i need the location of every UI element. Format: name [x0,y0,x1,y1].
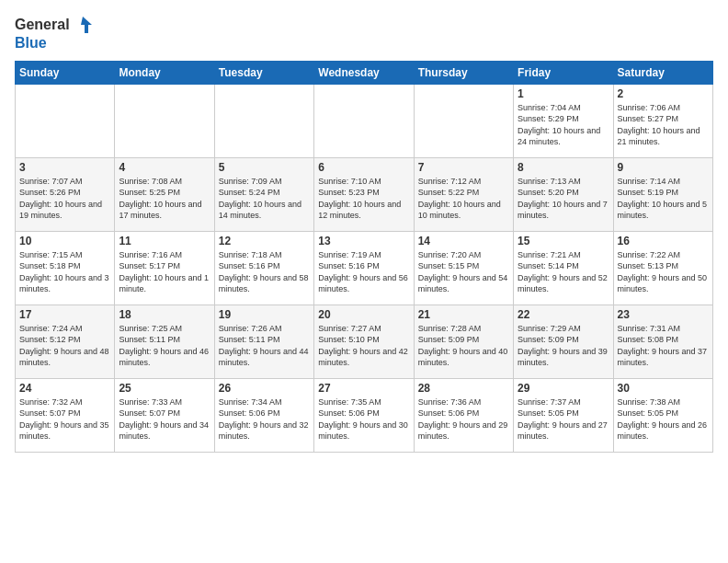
calendar-cell: 29Sunrise: 7:37 AM Sunset: 5:05 PM Dayli… [514,378,613,452]
day-number: 8 [518,161,609,174]
calendar-cell: 3Sunrise: 7:07 AM Sunset: 5:26 PM Daylig… [16,157,115,231]
cell-content: Sunrise: 7:16 AM Sunset: 5:17 PM Dayligh… [119,249,210,295]
calendar-cell: 26Sunrise: 7:34 AM Sunset: 5:06 PM Dayli… [214,378,313,452]
day-number: 25 [119,382,210,395]
cell-content: Sunrise: 7:33 AM Sunset: 5:07 PM Dayligh… [119,396,210,442]
calendar-cell: 17Sunrise: 7:24 AM Sunset: 5:12 PM Dayli… [16,304,115,378]
cell-content: Sunrise: 7:04 AM Sunset: 5:29 PM Dayligh… [518,102,609,148]
calendar-cell: 10Sunrise: 7:15 AM Sunset: 5:18 PM Dayli… [16,231,115,304]
header: General Blue [15,15,713,52]
cell-content: Sunrise: 7:24 AM Sunset: 5:12 PM Dayligh… [19,323,110,369]
day-number: 14 [418,235,509,247]
day-number: 24 [19,382,110,395]
calendar-cell: 27Sunrise: 7:35 AM Sunset: 5:06 PM Dayli… [314,378,414,452]
calendar-cell: 4Sunrise: 7:08 AM Sunset: 5:25 PM Daylig… [115,157,214,231]
cell-content: Sunrise: 7:08 AM Sunset: 5:25 PM Dayligh… [119,176,210,222]
calendar-cell: 5Sunrise: 7:09 AM Sunset: 5:24 PM Daylig… [214,157,313,231]
calendar-cell: 15Sunrise: 7:21 AM Sunset: 5:14 PM Dayli… [514,231,613,304]
day-number: 29 [518,382,609,395]
cell-content: Sunrise: 7:34 AM Sunset: 5:06 PM Dayligh… [219,396,310,442]
cell-content: Sunrise: 7:37 AM Sunset: 5:05 PM Dayligh… [518,396,609,442]
cell-content: Sunrise: 7:18 AM Sunset: 5:16 PM Dayligh… [219,249,310,295]
day-number: 22 [518,308,609,321]
calendar-cell [214,84,313,157]
cell-content: Sunrise: 7:27 AM Sunset: 5:10 PM Dayligh… [318,323,409,369]
day-number: 19 [219,308,310,321]
cell-content: Sunrise: 7:10 AM Sunset: 5:23 PM Dayligh… [318,176,409,222]
calendar-cell [314,84,414,157]
day-number: 26 [219,382,310,395]
calendar-cell: 13Sunrise: 7:19 AM Sunset: 5:16 PM Dayli… [314,231,414,304]
calendar-cell: 20Sunrise: 7:27 AM Sunset: 5:10 PM Dayli… [314,304,414,378]
cell-content: Sunrise: 7:21 AM Sunset: 5:14 PM Dayligh… [518,249,609,295]
day-number: 27 [318,382,409,395]
cell-content: Sunrise: 7:20 AM Sunset: 5:15 PM Dayligh… [418,249,509,295]
cell-content: Sunrise: 7:09 AM Sunset: 5:24 PM Dayligh… [219,176,310,222]
weekday-header-saturday: Saturday [613,61,712,84]
day-number: 20 [318,308,409,321]
weekday-header-thursday: Thursday [414,61,513,84]
day-number: 11 [119,235,210,247]
cell-content: Sunrise: 7:12 AM Sunset: 5:22 PM Dayligh… [418,176,509,222]
day-number: 28 [418,382,509,395]
day-number: 6 [318,161,409,174]
week-row-4: 17Sunrise: 7:24 AM Sunset: 5:12 PM Dayli… [16,304,713,378]
calendar-cell [115,84,214,157]
weekday-header-sunday: Sunday [16,61,115,84]
calendar-cell: 7Sunrise: 7:12 AM Sunset: 5:22 PM Daylig… [414,157,513,231]
logo-bird-icon [72,15,92,35]
logo-blue: Blue [15,35,47,52]
cell-content: Sunrise: 7:38 AM Sunset: 5:05 PM Dayligh… [618,396,709,442]
calendar-cell [16,84,115,157]
weekday-header-wednesday: Wednesday [314,61,414,84]
day-number: 23 [618,308,709,321]
day-number: 1 [518,87,609,100]
calendar-cell: 22Sunrise: 7:29 AM Sunset: 5:09 PM Dayli… [514,304,613,378]
day-number: 30 [618,382,709,395]
cell-content: Sunrise: 7:36 AM Sunset: 5:06 PM Dayligh… [418,396,509,442]
calendar-cell: 21Sunrise: 7:28 AM Sunset: 5:09 PM Dayli… [414,304,513,378]
week-row-1: 1Sunrise: 7:04 AM Sunset: 5:29 PM Daylig… [16,84,713,157]
calendar-cell: 11Sunrise: 7:16 AM Sunset: 5:17 PM Dayli… [115,231,214,304]
cell-content: Sunrise: 7:25 AM Sunset: 5:11 PM Dayligh… [119,323,210,369]
weekday-header-tuesday: Tuesday [214,61,313,84]
week-row-3: 10Sunrise: 7:15 AM Sunset: 5:18 PM Dayli… [16,231,713,304]
weekday-header-row: SundayMondayTuesdayWednesdayThursdayFrid… [16,61,713,84]
cell-content: Sunrise: 7:28 AM Sunset: 5:09 PM Dayligh… [418,323,509,369]
day-number: 10 [19,235,110,247]
calendar-cell: 9Sunrise: 7:14 AM Sunset: 5:19 PM Daylig… [613,157,712,231]
calendar-cell: 6Sunrise: 7:10 AM Sunset: 5:23 PM Daylig… [314,157,414,231]
week-row-5: 24Sunrise: 7:32 AM Sunset: 5:07 PM Dayli… [16,378,713,452]
day-number: 15 [518,235,609,247]
weekday-header-friday: Friday [514,61,613,84]
calendar-container: General Blue SundayMondayTuesdayWednesda… [0,0,728,460]
cell-content: Sunrise: 7:32 AM Sunset: 5:07 PM Dayligh… [19,396,110,442]
day-number: 2 [618,87,709,100]
day-number: 7 [418,161,509,174]
svg-marker-0 [81,17,92,33]
calendar-cell: 12Sunrise: 7:18 AM Sunset: 5:16 PM Dayli… [214,231,313,304]
calendar-cell: 8Sunrise: 7:13 AM Sunset: 5:20 PM Daylig… [514,157,613,231]
cell-content: Sunrise: 7:06 AM Sunset: 5:27 PM Dayligh… [618,102,709,148]
calendar-cell: 18Sunrise: 7:25 AM Sunset: 5:11 PM Dayli… [115,304,214,378]
calendar-cell: 28Sunrise: 7:36 AM Sunset: 5:06 PM Dayli… [414,378,513,452]
day-number: 12 [219,235,310,247]
cell-content: Sunrise: 7:35 AM Sunset: 5:06 PM Dayligh… [318,396,409,442]
day-number: 3 [19,161,110,174]
day-number: 4 [119,161,210,174]
day-number: 17 [19,308,110,321]
calendar-cell: 14Sunrise: 7:20 AM Sunset: 5:15 PM Dayli… [414,231,513,304]
calendar-cell: 1Sunrise: 7:04 AM Sunset: 5:29 PM Daylig… [514,84,613,157]
weekday-header-monday: Monday [115,61,214,84]
calendar-cell: 24Sunrise: 7:32 AM Sunset: 5:07 PM Dayli… [16,378,115,452]
cell-content: Sunrise: 7:14 AM Sunset: 5:19 PM Dayligh… [618,176,709,222]
cell-content: Sunrise: 7:26 AM Sunset: 5:11 PM Dayligh… [219,323,310,369]
logo: General Blue [15,15,92,52]
calendar-table: SundayMondayTuesdayWednesdayThursdayFrid… [15,61,713,453]
day-number: 13 [318,235,409,247]
logo-general: General [15,17,70,33]
calendar-cell [414,84,513,157]
calendar-cell: 2Sunrise: 7:06 AM Sunset: 5:27 PM Daylig… [613,84,712,157]
day-number: 9 [618,161,709,174]
calendar-cell: 19Sunrise: 7:26 AM Sunset: 5:11 PM Dayli… [214,304,313,378]
